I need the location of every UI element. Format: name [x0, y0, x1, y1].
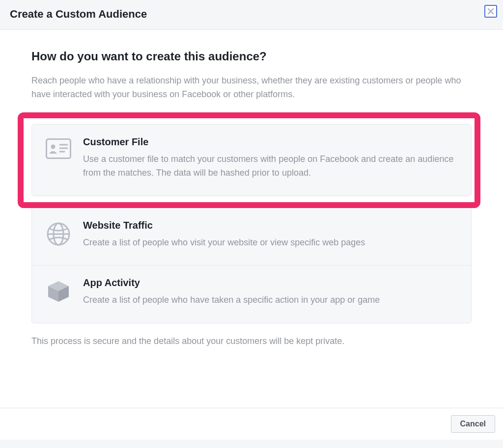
option-customer-file[interactable]: Customer File Use a customer file to mat… [32, 125, 471, 196]
option-title: Customer File [83, 136, 458, 148]
option-website-traffic[interactable]: Website Traffic Create a list of people … [32, 208, 471, 265]
globe-icon [45, 220, 72, 250]
dialog-footer: Cancel [0, 408, 503, 440]
create-audience-dialog: Create a Custom Audience How do you want… [0, 0, 503, 440]
subtitle-text: Reach people who have a relationship wit… [31, 74, 472, 102]
option-list: Website Traffic Create a list of people … [31, 208, 472, 324]
dialog-body: How do you want to create this audience?… [0, 30, 503, 408]
option-text: App Activity Create a list of people who… [83, 277, 458, 307]
option-description: Use a customer file to match your custom… [83, 153, 458, 180]
option-text: Customer File Use a customer file to mat… [83, 136, 458, 180]
option-description: Create a list of people who visit your w… [83, 236, 458, 250]
option-description: Create a list of people who have taken a… [83, 293, 458, 307]
close-button[interactable] [484, 5, 497, 18]
close-icon [487, 8, 494, 15]
dialog-title: Create a Custom Audience [10, 8, 147, 20]
cube-icon [45, 277, 72, 307]
option-app-activity[interactable]: App Activity Create a list of people who… [32, 265, 471, 323]
option-customer-file-container: Customer File Use a customer file to mat… [31, 124, 472, 196]
dialog-header: Create a Custom Audience [0, 0, 503, 30]
secure-note: This process is secure and the details a… [31, 336, 472, 346]
option-title: App Activity [83, 277, 458, 289]
svg-point-3 [51, 144, 56, 149]
cancel-button[interactable]: Cancel [451, 415, 495, 433]
question-heading: How do you want to create this audience? [31, 50, 472, 63]
highlighted-option-frame: Customer File Use a customer file to mat… [18, 112, 480, 208]
customer-file-icon [45, 136, 72, 180]
option-title: Website Traffic [83, 220, 458, 231]
option-text: Website Traffic Create a list of people … [83, 220, 458, 250]
